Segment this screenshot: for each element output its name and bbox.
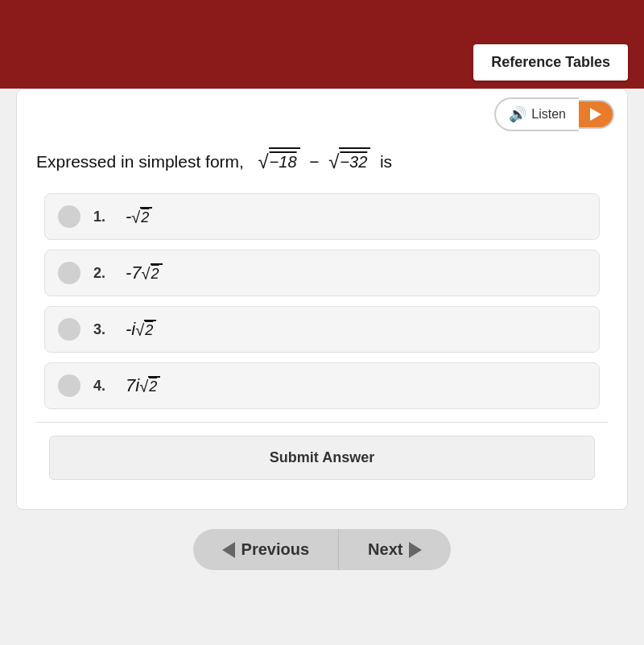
option-1-radio[interactable]	[58, 205, 80, 228]
next-arrow-icon	[409, 542, 422, 558]
option-2-math: -7 √ 2	[126, 263, 163, 283]
previous-arrow-icon	[222, 542, 235, 558]
question-suffix: is	[380, 152, 392, 171]
previous-button[interactable]: Previous	[193, 529, 339, 570]
submit-button[interactable]: Submit Answer	[49, 436, 595, 480]
sqrt-32: √ −32	[328, 147, 370, 174]
question-area: Expressed in simplest form, √ −18 − √ −3…	[17, 139, 627, 509]
next-button[interactable]: Next	[339, 529, 451, 570]
listen-button[interactable]: 🔊 Listen	[494, 97, 579, 131]
option-4-row[interactable]: 4. 7i √ 2	[44, 362, 600, 409]
reference-tables-button[interactable]: Reference Tables	[473, 44, 628, 81]
play-button[interactable]	[579, 100, 614, 129]
option-4-math: 7i √ 2	[126, 375, 160, 396]
option-4-number: 4.	[93, 378, 113, 395]
option-3-math: -i √ 2	[126, 319, 156, 340]
option-2-row[interactable]: 2. -7 √ 2	[44, 250, 600, 296]
nav-bar: Previous Next	[0, 510, 644, 589]
question-prefix: Expressed in simplest form,	[36, 152, 244, 171]
main-card: 🔊 Listen Expressed in simplest form, √ −…	[16, 89, 628, 510]
next-label: Next	[368, 540, 402, 559]
option-2-number: 2.	[93, 265, 113, 282]
sqrt-18: √ −18	[258, 147, 299, 174]
submit-area: Submit Answer	[36, 422, 608, 493]
option-1-number: 1.	[93, 209, 113, 225]
option-1-row[interactable]: 1. - √ 2	[44, 193, 600, 240]
top-bar: Reference Tables	[0, 0, 644, 89]
listen-bar: 🔊 Listen	[17, 89, 627, 139]
option-2-radio[interactable]	[58, 262, 80, 284]
listen-label: Listen	[531, 107, 566, 122]
option-3-number: 3.	[93, 321, 113, 338]
listen-icon: 🔊	[509, 105, 526, 123]
options-list: 1. - √ 2 2. -7 √ 2	[36, 193, 608, 409]
previous-label: Previous	[242, 540, 309, 559]
option-3-radio[interactable]	[58, 318, 80, 341]
option-3-row[interactable]: 3. -i √ 2	[44, 306, 600, 353]
option-4-radio[interactable]	[58, 374, 80, 397]
option-1-math: - √ 2	[126, 206, 152, 227]
question-text: Expressed in simplest form, √ −18 − √ −3…	[36, 147, 608, 174]
play-icon	[590, 108, 601, 121]
